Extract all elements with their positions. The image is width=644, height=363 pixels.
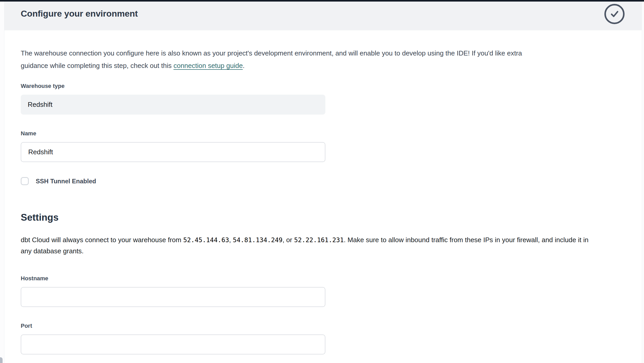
step-complete-check-icon <box>604 4 625 24</box>
settings-note-line-2: any database grants. <box>21 246 642 256</box>
name-input[interactable] <box>21 142 325 162</box>
page-title: Configure your environment <box>21 9 138 19</box>
top-nav-bar <box>0 0 644 2</box>
checkmark-icon <box>610 9 619 19</box>
hostname-input[interactable] <box>21 287 325 307</box>
ssh-tunnel-checkbox[interactable] <box>21 177 29 185</box>
panel-body: The warehouse connection you configure h… <box>4 30 642 363</box>
ip-address-2: 54.81.134.249 <box>233 236 283 244</box>
scrollbar-thumb[interactable] <box>0 357 3 363</box>
port-input[interactable] <box>21 334 325 354</box>
settings-heading: Settings <box>21 212 642 223</box>
ip-address-1: 52.45.144.63 <box>183 236 229 244</box>
intro-line-2-text: guidance while completing this step, che… <box>21 62 174 69</box>
settings-note-after-ips: . Make sure to allow inbound traffic fro… <box>344 236 589 244</box>
hostname-label: Hostname <box>21 275 642 282</box>
name-label: Name <box>21 130 642 137</box>
left-gutter <box>0 2 4 363</box>
port-label: Port <box>21 323 642 329</box>
ssh-tunnel-label: SSH Tunnel Enabled <box>36 178 96 185</box>
intro-line-1: The warehouse connection you configure h… <box>21 47 642 59</box>
scrollbar-track[interactable] <box>642 2 644 363</box>
warehouse-type-value: Redshift <box>28 101 52 109</box>
intro-line-2-period: . <box>243 62 245 69</box>
settings-note-line-1: dbt Cloud will always connect to your wa… <box>21 234 642 246</box>
ip-address-3: 52.22.161.231 <box>294 236 344 244</box>
settings-note: dbt Cloud will always connect to your wa… <box>21 234 642 256</box>
ip-separator-1: , <box>229 236 233 244</box>
ssh-tunnel-row: SSH Tunnel Enabled <box>21 177 642 185</box>
warehouse-type-label: Warehouse type <box>21 83 642 89</box>
connection-setup-guide-link[interactable]: connection setup guide <box>174 62 243 69</box>
intro-line-2: guidance while completing this step, che… <box>21 59 642 72</box>
panel-header: Configure your environment <box>4 2 642 30</box>
intro-text: The warehouse connection you configure h… <box>21 47 642 72</box>
warehouse-type-field: Redshift <box>21 95 325 115</box>
ip-separator-2: , or <box>282 236 294 244</box>
settings-note-before-ips: dbt Cloud will always connect to your wa… <box>21 236 183 244</box>
environment-setup-panel: Configure your environment The warehouse… <box>4 2 642 363</box>
